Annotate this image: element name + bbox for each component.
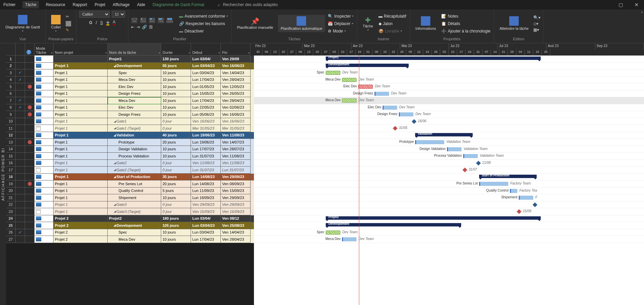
col-start[interactable]: Début▾ xyxy=(191,43,221,56)
end-cell[interactable]: Ven 14/07/23 xyxy=(221,139,251,146)
project-cell[interactable] xyxy=(53,56,108,63)
mode-cell[interactable] xyxy=(35,153,53,160)
project-cell[interactable]: Projet 1 xyxy=(53,201,108,209)
task-row[interactable]: 17Projet 1◢Gate2 (Target)0 jourLun 31/07… xyxy=(6,167,254,174)
end-cell[interactable]: Ven 16/06/23 xyxy=(221,63,251,70)
end-cell[interactable]: Ven 26/05/23 xyxy=(221,90,251,97)
project-cell[interactable]: Projet 1 xyxy=(53,208,108,215)
duration-cell[interactable]: 0 jour xyxy=(161,167,191,174)
gantt-row[interactable]: Meca DevDev Team xyxy=(254,236,644,243)
col-mode[interactable]: Mode Tâche▾ xyxy=(35,43,53,56)
project-cell[interactable]: Projet 1 xyxy=(53,153,108,160)
menu-ressource[interactable]: Ressource xyxy=(45,1,66,8)
end-cell[interactable]: Ven 14/04/23 xyxy=(221,69,251,77)
taskname-cell[interactable]: Elec Dev xyxy=(108,104,161,111)
gantt-row[interactable]: Developement xyxy=(254,222,644,229)
end-cell[interactable]: Ven 16/06/23 xyxy=(221,111,251,118)
gantt-view-button[interactable]: Diagramme de Gantt▾ xyxy=(3,14,43,34)
mode-cell[interactable] xyxy=(35,229,53,236)
gantt-row[interactable]: SpecDev Team xyxy=(254,229,644,236)
mode-cell[interactable] xyxy=(35,215,53,222)
duration-cell[interactable]: 20 jours xyxy=(161,139,191,146)
gantt-row[interactable]: Validation xyxy=(254,132,644,139)
taskname-cell[interactable]: Design Freez xyxy=(108,90,161,97)
taskname-cell[interactable]: Quality Control xyxy=(108,188,161,195)
end-cell[interactable]: Lun 31/07/23 xyxy=(221,167,251,174)
duration-cell[interactable]: 10 jours xyxy=(161,104,191,111)
milestone-marker[interactable] xyxy=(393,126,398,131)
gantt-row[interactable] xyxy=(254,201,644,209)
start-cell[interactable]: Lun 17/04/23 xyxy=(191,97,221,104)
project-cell[interactable]: Projet 1 xyxy=(53,90,108,97)
task-bar[interactable] xyxy=(383,106,397,110)
row-number[interactable]: 26 xyxy=(6,229,16,236)
clear-icon[interactable]: ◇▾ xyxy=(533,21,540,26)
end-cell[interactable]: Ven 11/08/23 xyxy=(221,160,251,167)
gantt-row[interactable]: ShipementF xyxy=(254,194,644,201)
mode-cell[interactable] xyxy=(35,180,53,188)
mode-cell[interactable] xyxy=(35,236,53,243)
menu-fichier[interactable]: Fichier xyxy=(3,1,16,8)
end-cell[interactable]: Ven 14/04/23 xyxy=(221,229,251,236)
task-row[interactable]: 26✓Projet 2Spec10 joursLun 03/04/23Ven 1… xyxy=(6,229,254,236)
gantt-row[interactable]: Design FreezDev Team xyxy=(254,90,644,97)
mode-cell[interactable] xyxy=(35,90,53,97)
row-number[interactable]: 8 xyxy=(6,104,16,111)
duration-cell[interactable]: 0 jour xyxy=(161,208,191,215)
respect-links-button[interactable]: 🔗Respecter les liaisons xyxy=(178,21,229,27)
task-row[interactable]: 3✓Projet 1Spec10 joursLun 03/04/23Ven 14… xyxy=(6,69,254,77)
start-cell[interactable]: Ven 16/06/23 xyxy=(191,118,221,125)
duration-cell[interactable]: 5 jours xyxy=(161,188,191,195)
mark-ontrack-button[interactable]: ▬Avancement conforme▾ xyxy=(178,13,229,19)
gantt-row[interactable]: Pre Series LotFactory Team xyxy=(254,180,644,188)
pct-button-0%[interactable]: 0% xyxy=(131,18,138,23)
task-bar[interactable] xyxy=(447,147,461,151)
taskname-cell[interactable]: ◢Gate2 (Target) xyxy=(108,167,161,174)
duration-cell[interactable]: 55 jours xyxy=(161,63,191,70)
row-number[interactable]: 18 xyxy=(6,174,16,181)
row-number[interactable]: 12 xyxy=(6,132,16,139)
insert-task-button[interactable]: ✚Tâche▾ xyxy=(360,15,376,33)
duration-cell[interactable]: 10 jours xyxy=(161,90,191,97)
task-bar[interactable] xyxy=(415,140,444,144)
start-cell[interactable]: Lun 31/07/23 xyxy=(191,167,221,174)
font-color-button[interactable]: A xyxy=(113,20,115,25)
start-cell[interactable]: Lun 01/05/23 xyxy=(191,83,221,90)
mode-cell[interactable] xyxy=(35,63,53,70)
gantt-row[interactable]: Elec DevDev Team xyxy=(254,104,644,111)
milestone-button[interactable]: ◆Jalon xyxy=(378,21,407,27)
project-cell[interactable]: Projet 1 xyxy=(53,104,108,111)
menu-format[interactable]: Diagramme de Gantt Format xyxy=(152,1,205,8)
format-painter-icon[interactable]: ✎ xyxy=(66,28,71,33)
task-row[interactable]: 2Projet 1◢Developement55 joursLun 03/04/… xyxy=(6,63,254,70)
gantt-row[interactable]: Design FreezDev Team xyxy=(254,111,644,118)
gantt-row[interactable]: 11/08 xyxy=(254,160,644,167)
row-number[interactable]: 13 xyxy=(6,139,16,146)
task-row[interactable]: 8✓Projet 1Elec Dev10 joursLun 22/05/23Ve… xyxy=(6,104,254,111)
duration-cell[interactable]: 20 jours xyxy=(161,180,191,188)
task-row[interactable]: 11Projet 1◢Gate1 (Target)0 jourMer 31/05… xyxy=(6,125,254,132)
taskname-cell[interactable]: Spec xyxy=(108,69,161,77)
task-row[interactable]: 5Projet 1Elec Dev10 joursLun 01/05/23Ven… xyxy=(6,83,254,90)
manual-schedule-button[interactable]: 📌Planification manuelle xyxy=(234,16,276,31)
gantt-row[interactable]: Projet2 xyxy=(254,215,644,222)
move-button[interactable]: 📅Déplacer▾ xyxy=(327,21,354,27)
taskname-cell[interactable]: ◢Developement xyxy=(108,222,161,229)
task-row[interactable]: 14Projet 1Design Validation10 joursLun 1… xyxy=(6,146,254,153)
task-row[interactable]: 22Projet 1◢Gate30 jourVen 29/09/23Ven 29… xyxy=(6,201,254,209)
mode-button[interactable]: ⚙Mode▾ xyxy=(327,28,354,34)
end-cell[interactable]: Mer 31/05/23 xyxy=(221,125,251,132)
gantt-row[interactable]: Process ValidationValidation Team xyxy=(254,153,644,160)
taskname-cell[interactable]: Process Validation xyxy=(108,153,161,160)
mode-cell[interactable] xyxy=(35,160,53,167)
underline-button[interactable]: S xyxy=(100,20,103,25)
start-cell[interactable]: Lun 14/08/23 xyxy=(191,174,221,181)
duration-cell[interactable]: 130 jours xyxy=(161,56,191,63)
end-cell[interactable]: Ven 28/04/23 xyxy=(221,77,251,84)
taskname-cell[interactable]: Design Freez xyxy=(108,111,161,118)
mode-cell[interactable] xyxy=(35,194,53,201)
row-number[interactable]: 22 xyxy=(6,201,16,209)
project-cell[interactable]: Projet 2 xyxy=(53,222,108,229)
gantt-row[interactable]: 15/09 xyxy=(254,208,644,215)
info-button[interactable]: Informations xyxy=(413,15,439,32)
